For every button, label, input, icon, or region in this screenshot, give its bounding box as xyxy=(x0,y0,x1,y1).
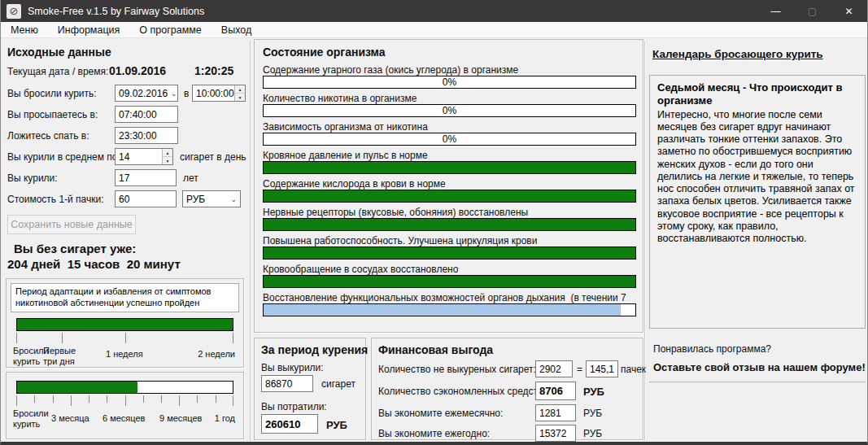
current-time: 1:20:25 xyxy=(194,64,233,77)
adaptation-tick-label-1: Первые три дня xyxy=(43,346,85,366)
current-date: 01.09.2016 xyxy=(109,64,166,77)
calendar-title: Календарь бросающего курить xyxy=(652,48,823,60)
progressbar-4 xyxy=(263,190,636,203)
quit-in-label: в xyxy=(184,88,189,99)
adaptation-note: Период адаптации и избавления от симптом… xyxy=(11,283,239,312)
year-progress-fill xyxy=(17,382,137,393)
current-datetime-label: Текущая дата / время: xyxy=(7,66,108,77)
smoked-label: Вы выкурили: xyxy=(261,362,324,373)
menu-item-menu[interactable]: Меню xyxy=(11,24,38,36)
menu-item-exit[interactable]: Выход xyxy=(221,24,251,36)
divider-middle-right xyxy=(644,41,646,441)
minimize-button[interactable]: — xyxy=(757,0,794,22)
avg-cigs-stepper[interactable]: 14 ▲▼ xyxy=(115,148,173,165)
fin-row1-field[interactable]: 8706 xyxy=(535,382,576,400)
fin-row1-unit: РУБ xyxy=(583,386,604,398)
quit-time-value: 10:00:00 xyxy=(196,88,234,99)
fin-row3-unit: РУБ xyxy=(583,428,602,439)
adaptation-tick-label-3: 2 недели xyxy=(198,349,235,360)
years-field[interactable]: 17 xyxy=(115,169,177,186)
fin-row0-value2: 145,1 xyxy=(590,364,614,375)
bar-label-7: Кровообращение в сосудах восстановлено xyxy=(263,264,458,275)
close-button[interactable]: ✕ xyxy=(831,0,867,22)
year-timeline-group: Бросили курить 3 месяца 6 месяцев 9 меся… xyxy=(6,372,244,439)
fin-row0-field[interactable]: 2902 xyxy=(535,360,573,377)
fin-row3-value: 15372 xyxy=(539,428,566,439)
progressbar-2: 0% xyxy=(263,133,636,146)
avg-cigs-value: 14 xyxy=(119,151,129,163)
maximize-button: ▢ xyxy=(794,0,831,22)
pack-cost-label: Стоимость 1-й пачки: xyxy=(7,194,104,205)
pack-cost-value: 60 xyxy=(119,194,129,205)
calendar-entry-body: Интересно, что многие после семи месяцев… xyxy=(657,109,857,246)
feedback-cta[interactable]: Оставьте свой отзыв на нашем форуме! xyxy=(653,361,866,373)
sleep-time-field[interactable]: 23:30:00 xyxy=(115,127,178,144)
save-button[interactable]: Сохранить новые данные xyxy=(7,215,136,234)
spinner-arrows-icon[interactable]: ▲▼ xyxy=(234,85,245,101)
no-smoking-icon: ⊘ xyxy=(7,4,21,19)
avg-cigs-label: Вы курили в среднем по: xyxy=(7,151,120,163)
bar-label-6: Повышена работоспособность. Улучшена цир… xyxy=(263,235,537,246)
years-label: Вы курили: xyxy=(7,172,58,184)
bar-label-4: Содержание кислорода в крови в норме xyxy=(263,178,446,190)
fin-row3-field[interactable]: 15372 xyxy=(535,425,576,442)
adaptation-progress-fill xyxy=(17,319,233,330)
pack-cost-field[interactable]: 60 xyxy=(115,190,177,207)
avg-cigs-suffix: сигарет в день xyxy=(180,151,246,163)
spent-field[interactable]: 260610 xyxy=(261,414,318,434)
source-data-title: Исходные данные xyxy=(7,46,111,59)
year-tick-label-3: 9 месяцев xyxy=(159,413,202,424)
financial-group: Финансовая выгода Количество не выкурены… xyxy=(371,338,643,440)
bar-label-5: Нервные рецепторы (вкусовые, обоняния) в… xyxy=(263,207,528,218)
spent-value: 260610 xyxy=(265,418,300,430)
bar-label-3: Кровяное давление и пульс в норме xyxy=(263,150,428,161)
spinner-arrows-icon[interactable]: ▲▼ xyxy=(162,149,172,164)
fin-row2-unit: РУБ xyxy=(583,408,602,419)
quit-date-select[interactable]: 09.02.2016 ⌄ xyxy=(115,85,178,102)
body-state-group: Состояние организма Содержание угарного … xyxy=(254,39,643,333)
progressbar-7 xyxy=(263,275,636,288)
spent-label: Вы потратили: xyxy=(261,401,327,412)
adaptation-tick-label-2: 1 неделя xyxy=(106,349,143,360)
wake-label: Вы просыпаетесь в: xyxy=(7,109,98,120)
feedback-question: Понравилась программа? xyxy=(653,343,771,355)
feedback-section: Понравилась программа? Оставьте свой отз… xyxy=(649,335,866,382)
smoking-period-title: За период курения xyxy=(261,343,368,356)
menu-bar: Меню Информация О программе Выход xyxy=(1,22,867,38)
smoking-period-group: За период курения Вы выкурили: 86870 сиг… xyxy=(254,338,366,440)
progressbar-0: 0% xyxy=(263,76,636,89)
fin-row0-field2[interactable]: 145,1 xyxy=(586,360,618,377)
bar-label-2: Зависимость организма от никотина xyxy=(263,121,428,133)
app-window: ⊘ Smoke-Free v.1.5 by Fairway Solutions … xyxy=(0,0,868,445)
menu-item-about[interactable]: О программе xyxy=(139,24,201,36)
spent-unit: РУБ xyxy=(326,419,347,431)
bar-label-0: Содержание угарного газа (окись углерода… xyxy=(263,64,518,76)
quit-date-value: 09.02.2016 xyxy=(119,88,168,99)
wake-time-field[interactable]: 07:40:00 xyxy=(115,106,178,123)
smoked-field[interactable]: 86870 xyxy=(261,375,313,392)
adaptation-progressbar xyxy=(16,318,233,331)
wake-time-value: 07:40:00 xyxy=(119,109,157,120)
bar-label-1: Количество никотина в организме xyxy=(263,93,417,104)
quit-time-stepper[interactable]: 10:00:00 ▲▼ xyxy=(192,85,246,102)
calendar-entry-box: Седьмой месяц - Что происходит в организ… xyxy=(649,75,866,329)
fin-row1-value: 8706 xyxy=(539,385,563,397)
financial-title: Финансовая выгода xyxy=(378,343,493,356)
currency-select[interactable]: РУБ ⌄ xyxy=(182,190,241,207)
body-state-title: Состояние организма xyxy=(263,46,386,59)
progressbar-6 xyxy=(263,246,636,260)
window-title: Smoke-Free v.1.5 by Fairway Solutions xyxy=(28,6,204,17)
window-controls: — ▢ ✕ xyxy=(757,0,867,22)
year-tick-label-4: 1 год xyxy=(215,413,235,424)
divider-left-middle xyxy=(250,41,251,441)
fin-row2-field[interactable]: 1281 xyxy=(535,404,576,421)
menu-item-information[interactable]: Информация xyxy=(58,24,120,36)
fin-row0-value: 2902 xyxy=(539,364,561,375)
fin-row0-label: Количество не выкуреных сигарет: xyxy=(378,364,536,375)
smoke-free-value: 204 дней 15 часов 20 минут xyxy=(7,257,181,271)
progressbar-8 xyxy=(263,303,636,316)
smoke-free-label: Вы без сигарет уже: xyxy=(14,242,136,255)
title-bar: ⊘ Smoke-Free v.1.5 by Fairway Solutions … xyxy=(1,0,867,22)
year-tick-label-1: 3 месяца xyxy=(51,413,89,424)
fin-row2-label: Вы экономите ежемесячно: xyxy=(378,408,503,419)
